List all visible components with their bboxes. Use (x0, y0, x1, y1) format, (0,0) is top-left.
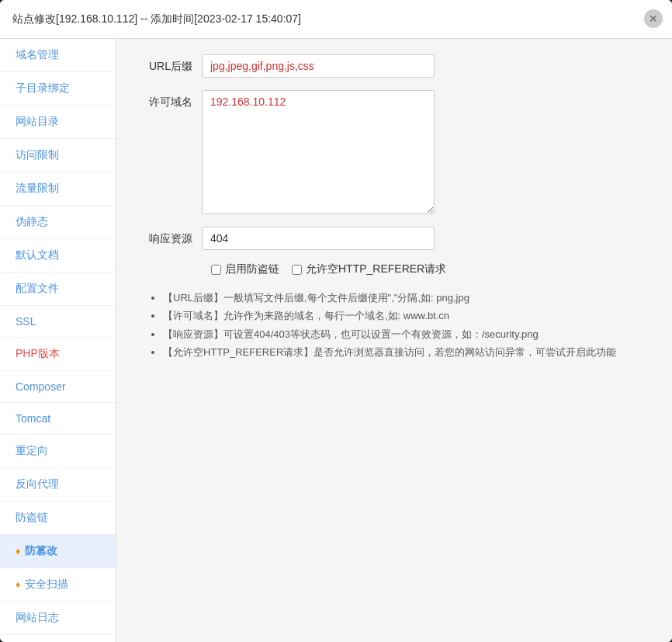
tip-item-2: 【响应资源】可设置404/403等状态码，也可以设置一个有效资源，如：/secu… (163, 325, 649, 343)
sidebar-label-tomcat: Tomcat (16, 412, 50, 425)
sidebar-item-subdir-bind[interactable]: 子目录绑定 (0, 72, 116, 106)
sidebar-item-composer[interactable]: Composer (0, 371, 116, 403)
response-resource-input[interactable] (202, 227, 435, 250)
sidebar-item-traffic-limit[interactable]: 流量限制 (0, 172, 116, 206)
sidebar-label-security-scan: 安全扫描 (25, 578, 68, 592)
sidebar-label-reverse-proxy: 反向代理 (16, 477, 59, 491)
sidebar-item-ssl[interactable]: SSL (0, 306, 116, 338)
url-suffix-group: URL后缀 (140, 54, 649, 78)
sidebar-item-website-log[interactable]: 网站日志 (0, 602, 116, 635)
sidebar-label-redirect: 重定向 (16, 444, 48, 458)
sidebar-label-website-log: 网站日志 (16, 611, 59, 625)
sidebar-item-tamper-proof[interactable]: ♦防篡改 (0, 535, 116, 568)
sidebar-item-domain[interactable]: 域名管理 (0, 39, 116, 72)
sidebar-label-tamper-proof: 防篡改 (25, 544, 57, 558)
sidebar-label-pseudo-static: 伪静态 (16, 215, 48, 229)
enable-hotlink-label: 启用防盗链 (225, 262, 279, 276)
modal-title: 站点修改[192.168.10.112] -- 添加时间[2023-02-17 … (12, 12, 301, 26)
response-resource-label: 响应资源 (140, 227, 202, 246)
url-suffix-input[interactable] (202, 54, 435, 78)
sidebar-item-redirect[interactable]: 重定向 (0, 435, 116, 468)
modal-body: 域名管理子目录绑定网站目录访问限制流量限制伪静态默认文档配置文件SSLPHP版本… (0, 39, 672, 642)
tips-list: 【URL后缀】一般填写文件后缀,每个文件后缀使用","分隔,如: png,jpg… (147, 289, 649, 362)
sidebar-item-php-version[interactable]: PHP版本 (0, 338, 116, 371)
enable-hotlink-check[interactable] (211, 265, 221, 275)
sidebar-label-domain: 域名管理 (16, 48, 59, 62)
sidebar-item-access-limit[interactable]: 访问限制 (0, 139, 116, 172)
sidebar-label-default-doc: 默认文档 (16, 248, 59, 262)
allow-empty-referer-checkbox[interactable]: 允许空HTTP_REFERER请求 (292, 262, 446, 276)
sidebar-item-tomcat[interactable]: Tomcat (0, 403, 116, 435)
tip-item-0: 【URL后缀】一般填写文件后缀,每个文件后缀使用","分隔,如: png,jpg (163, 289, 649, 307)
enable-hotlink-checkbox[interactable]: 启用防盗链 (211, 262, 279, 276)
security-scan-icon: ♦ (16, 579, 20, 590)
sidebar-label-composer: Composer (16, 380, 66, 393)
content-area: URL后缀 许可域名 响应资源 启用防盗链 (116, 39, 672, 642)
sidebar-item-pseudo-static[interactable]: 伪静态 (0, 206, 116, 239)
allow-empty-referer-label: 允许空HTTP_REFERER请求 (306, 262, 446, 276)
allow-empty-referer-check[interactable] (292, 265, 302, 275)
sidebar-label-hotlink: 防盗链 (16, 511, 48, 525)
sidebar-item-security-scan[interactable]: ♦安全扫描 (0, 568, 116, 602)
allowed-domain-group: 许可域名 (140, 90, 649, 214)
sidebar-label-ssl: SSL (16, 315, 36, 328)
sidebar-item-default-doc[interactable]: 默认文档 (0, 239, 116, 272)
modal-container: 站点修改[192.168.10.112] -- 添加时间[2023-02-17 … (0, 0, 672, 642)
close-button[interactable]: ✕ (644, 9, 663, 28)
sidebar-label-website-dir: 网站目录 (16, 115, 59, 129)
sidebar-label-config-file: 配置文件 (16, 282, 59, 296)
checkbox-group: 启用防盗链 允许空HTTP_REFERER请求 (211, 262, 649, 276)
sidebar-item-website-dir[interactable]: 网站目录 (0, 106, 116, 139)
sidebar-label-access-limit: 访问限制 (16, 148, 59, 162)
sidebar: 域名管理子目录绑定网站目录访问限制流量限制伪静态默认文档配置文件SSLPHP版本… (0, 39, 116, 642)
sidebar-label-php-version: PHP版本 (16, 347, 60, 361)
tamper-proof-icon: ♦ (16, 546, 20, 557)
modal-header: 站点修改[192.168.10.112] -- 添加时间[2023-02-17 … (0, 0, 672, 39)
sidebar-item-hotlink[interactable]: 防盗链 (0, 501, 116, 535)
tips-section: 【URL后缀】一般填写文件后缀,每个文件后缀使用","分隔,如: png,jpg… (140, 289, 649, 362)
tip-item-3: 【允许空HTTP_REFERER请求】是否允许浏览器直接访问，若您的网站访问异常… (163, 343, 649, 361)
sidebar-label-subdir-bind: 子目录绑定 (16, 82, 70, 95)
sidebar-item-reverse-proxy[interactable]: 反向代理 (0, 468, 116, 501)
sidebar-label-traffic-limit: 流量限制 (16, 182, 59, 196)
tip-item-1: 【许可域名】允许作为来路的域名，每行一个域名,如: www.bt.cn (163, 307, 649, 324)
sidebar-item-config-file[interactable]: 配置文件 (0, 272, 116, 306)
allowed-domain-input[interactable] (202, 90, 435, 214)
response-resource-group: 响应资源 (140, 227, 649, 250)
url-suffix-label: URL后缀 (140, 54, 202, 74)
allowed-domain-label: 许可域名 (140, 90, 202, 109)
